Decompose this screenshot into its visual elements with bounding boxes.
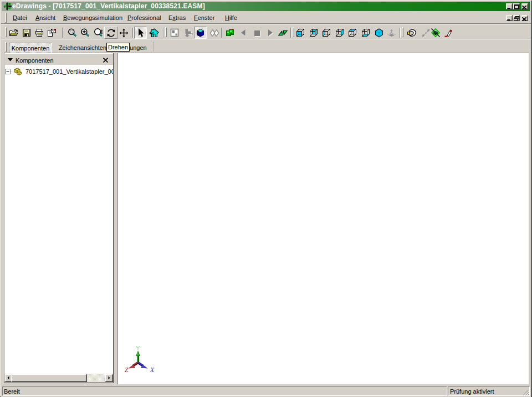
svg-text:X: X xyxy=(150,367,155,373)
svg-text:Z: Z xyxy=(125,367,129,373)
